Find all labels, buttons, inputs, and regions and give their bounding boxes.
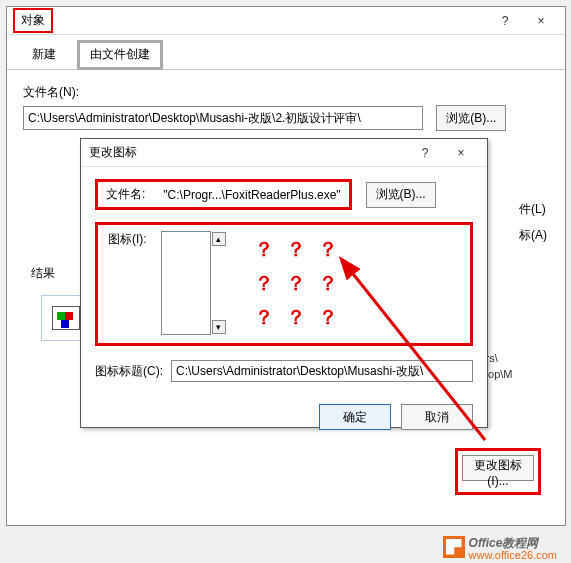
object-dialog-title: 对象: [13, 8, 53, 33]
change-icon-title: 更改图标: [89, 144, 137, 161]
watermark-url: www.office26.com: [469, 550, 557, 561]
close-icon[interactable]: ×: [443, 141, 479, 165]
tab-strip: 新建 由文件创建: [7, 39, 565, 70]
icon-list-label: 图标(I):: [108, 231, 147, 248]
question-mark-icon: ？: [317, 235, 339, 263]
question-mark-icon: ？: [253, 303, 275, 331]
tab-from-file[interactable]: 由文件创建: [77, 40, 163, 70]
watermark: Office教程网 www.office26.com: [443, 532, 557, 561]
watermark-brand: Office教程网: [469, 532, 557, 550]
help-icon[interactable]: ?: [487, 9, 523, 33]
question-mark-icon: ？: [253, 235, 275, 263]
tab-new[interactable]: 新建: [17, 39, 71, 69]
caption-input[interactable]: [171, 360, 473, 382]
showicon-checkbox-label[interactable]: 标(A): [519, 225, 547, 245]
link-checkbox-label[interactable]: 件(L): [519, 199, 547, 219]
change-icon-button[interactable]: 更改图标(I)...: [462, 455, 534, 481]
question-mark-icon: ？: [317, 303, 339, 331]
caption-row: 图标标题(C):: [95, 360, 473, 382]
file-path: "C:\Progr...\FoxitReaderPlus.exe": [163, 188, 340, 202]
question-mark-icon: ？: [317, 269, 339, 297]
icon-area-highlight: 图标(I): ▴ ▾ ？ ？ ？ ？ ？ ？ ？ ？ ？: [95, 222, 473, 346]
filename-label: 文件名(N):: [23, 84, 549, 101]
result-label: 结果: [31, 265, 55, 282]
question-mark-icon: ？: [285, 269, 307, 297]
close-icon[interactable]: ×: [523, 9, 559, 33]
file-row-highlight: 文件名: "C:\Progr...\FoxitReaderPlus.exe": [95, 179, 352, 210]
scroll-up-icon[interactable]: ▴: [212, 232, 226, 246]
question-mark-icon: ？: [285, 303, 307, 331]
change-icon-body: 文件名: "C:\Progr...\FoxitReaderPlus.exe" 浏…: [81, 167, 487, 394]
ok-button[interactable]: 确定: [319, 404, 391, 430]
watermark-logo-icon: [443, 536, 465, 558]
file-label: 文件名:: [106, 186, 145, 203]
change-icon-highlight: 更改图标(I)...: [455, 448, 541, 495]
watermark-text: Office教程网 www.office26.com: [469, 532, 557, 561]
browse-button[interactable]: 浏览(B)...: [366, 182, 436, 208]
file-row: 文件名: "C:\Progr...\FoxitReaderPlus.exe" 浏…: [95, 179, 473, 210]
question-mark-annotation: ？ ？ ？ ？ ？ ？ ？ ？ ？: [253, 235, 339, 331]
browse-button[interactable]: 浏览(B)...: [436, 105, 506, 131]
change-icon-dialog: 更改图标 ? × 文件名: "C:\Progr...\FoxitReaderPl…: [80, 138, 488, 428]
object-dialog-titlebar: 对象 ? ×: [7, 7, 565, 35]
help-icon[interactable]: ?: [407, 141, 443, 165]
filename-input[interactable]: [23, 106, 423, 130]
checkbox-group: 件(L) 标(A): [519, 199, 547, 245]
change-icon-footer: 确定 取消: [81, 394, 487, 442]
cancel-button[interactable]: 取消: [401, 404, 473, 430]
embedded-file-icon: [52, 306, 80, 330]
caption-label: 图标标题(C):: [95, 363, 163, 380]
question-mark-icon: ？: [253, 269, 275, 297]
icon-listbox[interactable]: ▴ ▾: [161, 231, 211, 335]
object-dialog-body: 文件名(N): 浏览(B)...: [7, 70, 565, 145]
change-icon-titlebar: 更改图标 ? ×: [81, 139, 487, 167]
question-mark-icon: ？: [285, 235, 307, 263]
scroll-down-icon[interactable]: ▾: [212, 320, 226, 334]
